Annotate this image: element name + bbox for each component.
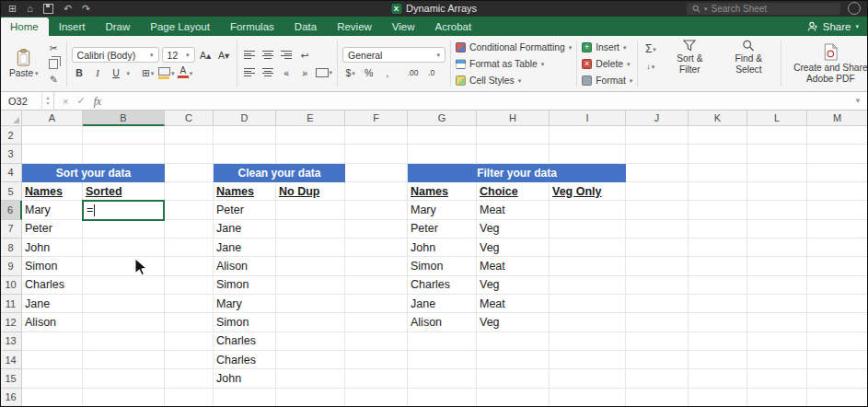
cell-E15[interactable]: [276, 369, 345, 388]
cell-H3[interactable]: [477, 145, 550, 163]
cell-M3[interactable]: [807, 145, 868, 163]
column-header-A[interactable]: A: [22, 110, 83, 126]
home-icon[interactable]: ⌂: [27, 4, 33, 14]
cell-L11[interactable]: [747, 295, 807, 313]
cell-M15[interactable]: [807, 369, 868, 388]
cell-J11[interactable]: [626, 295, 689, 313]
align-middle-button[interactable]: [260, 48, 276, 63]
cell-K12[interactable]: [689, 313, 747, 331]
cancel-entry-button[interactable]: ×: [63, 96, 68, 107]
row-header-16[interactable]: 16: [0, 389, 22, 407]
cell-I3[interactable]: [550, 145, 626, 163]
row-header-15[interactable]: 15: [0, 369, 22, 388]
tab-home[interactable]: Home: [0, 17, 49, 36]
tab-view[interactable]: View: [382, 17, 425, 36]
cell-L13[interactable]: [747, 332, 807, 351]
cell-C16[interactable]: [165, 389, 214, 407]
cell-F5[interactable]: [345, 182, 408, 201]
cell-C15[interactable]: [165, 369, 214, 388]
borders-button[interactable]: ⊞▾: [140, 65, 156, 80]
align-center-button[interactable]: [260, 65, 276, 80]
cell-L4[interactable]: [747, 164, 807, 182]
cell-K11[interactable]: [689, 295, 747, 313]
cut-button[interactable]: ✂: [46, 41, 62, 55]
save-icon[interactable]: [43, 4, 53, 14]
cell-C12[interactable]: [165, 313, 214, 331]
cell-F6[interactable]: [345, 201, 408, 219]
cell-A15[interactable]: [22, 369, 83, 388]
cell-J16[interactable]: [626, 389, 689, 407]
column-header-G[interactable]: G: [408, 110, 477, 126]
decrease-decimal-button[interactable]: .0: [423, 65, 439, 80]
cell-H2[interactable]: [477, 126, 550, 145]
cell-L14[interactable]: [747, 351, 807, 369]
format-cells-button[interactable]: Format▾: [582, 73, 632, 87]
format-as-table-button[interactable]: Format as Table▾: [456, 56, 572, 71]
cell-E13[interactable]: [276, 332, 345, 351]
cell-F10[interactable]: [345, 276, 408, 295]
cell-A7[interactable]: Peter: [22, 220, 83, 238]
cell-L3[interactable]: [747, 145, 807, 163]
cell-A16[interactable]: [22, 389, 83, 407]
cell-H8[interactable]: Veg: [477, 238, 550, 257]
cell-D16[interactable]: [214, 389, 276, 407]
cell-C14[interactable]: [165, 351, 214, 369]
cell-F15[interactable]: [345, 369, 408, 388]
cell-E8[interactable]: [276, 238, 345, 257]
cell-G7[interactable]: Peter: [408, 220, 477, 238]
cell-M14[interactable]: [807, 351, 868, 369]
undo-icon[interactable]: ↶: [64, 4, 72, 14]
conditional-formatting-button[interactable]: Conditional Formatting▾: [456, 40, 572, 54]
increase-indent-button[interactable]: »: [297, 65, 313, 80]
font-name-select[interactable]: Calibri (Body)▾: [72, 47, 159, 63]
decrease-indent-button[interactable]: «: [279, 65, 295, 80]
cell-D14[interactable]: Charles: [214, 351, 276, 369]
row-header-14[interactable]: 14: [0, 351, 22, 369]
cell-C4[interactable]: [165, 164, 214, 182]
cell-K6[interactable]: [689, 201, 747, 219]
row-header-12[interactable]: 12: [0, 313, 22, 331]
row-header-2[interactable]: 2: [0, 126, 22, 145]
cell-M13[interactable]: [807, 332, 868, 351]
cell-L7[interactable]: [747, 220, 807, 238]
cell-B8[interactable]: [83, 238, 165, 257]
italic-button[interactable]: I: [90, 65, 106, 80]
cell-K4[interactable]: [689, 164, 747, 182]
cell-C10[interactable]: [165, 276, 214, 295]
cell-K8[interactable]: [689, 238, 747, 257]
cell-B5[interactable]: Sorted: [83, 182, 165, 201]
cell-D2[interactable]: [214, 126, 276, 145]
cell-G8[interactable]: John: [408, 238, 477, 257]
tab-acrobat[interactable]: Acrobat: [425, 17, 482, 36]
cell-K7[interactable]: [689, 220, 747, 238]
cell-G12[interactable]: Alison: [408, 313, 477, 331]
cell-J5[interactable]: [626, 182, 689, 201]
share-button[interactable]: Share ▾: [798, 17, 868, 36]
cell-H13[interactable]: [477, 332, 550, 351]
cell-J3[interactable]: [626, 145, 689, 163]
cell-B3[interactable]: [83, 145, 165, 163]
tab-review[interactable]: Review: [327, 17, 382, 36]
cell-K9[interactable]: [689, 257, 747, 275]
cell-E5[interactable]: No Dup: [276, 182, 345, 201]
cell-B12[interactable]: [83, 313, 165, 331]
cell-M6[interactable]: [807, 201, 868, 219]
cell-E2[interactable]: [276, 126, 345, 145]
cell-A10[interactable]: Charles: [22, 276, 83, 295]
align-top-button[interactable]: [242, 48, 258, 63]
cell-D7[interactable]: Jane: [214, 220, 276, 238]
cell-J10[interactable]: [626, 276, 689, 295]
cell-G14[interactable]: [408, 351, 477, 369]
cell-F2[interactable]: [345, 126, 408, 145]
cell-F13[interactable]: [345, 332, 408, 351]
row-header-5[interactable]: 5: [0, 182, 22, 201]
tab-formulas[interactable]: Formulas: [220, 17, 284, 36]
cell-G3[interactable]: [408, 145, 477, 163]
wrap-text-button[interactable]: ↩: [297, 48, 313, 63]
cell-I5[interactable]: Veg Only: [550, 182, 626, 201]
delete-cells-button[interactable]: ×Delete▾: [582, 56, 632, 71]
cell-E7[interactable]: [276, 220, 345, 238]
cell-H16[interactable]: [477, 389, 550, 407]
cell-M5[interactable]: [807, 182, 868, 201]
cell-C9[interactable]: [165, 257, 214, 275]
